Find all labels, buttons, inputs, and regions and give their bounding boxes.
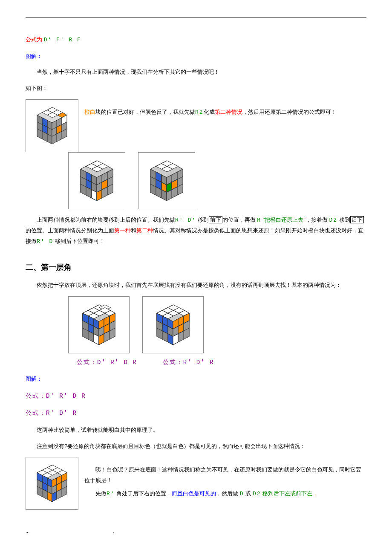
cube-svg-4	[71, 299, 127, 350]
cube-svg-1	[29, 102, 75, 149]
cube-image-1	[26, 99, 78, 152]
diagram-label: 图解：	[26, 51, 366, 62]
formula-prefix: 公式为	[26, 36, 42, 43]
page-footer-dots: ...	[26, 527, 366, 536]
formula-text: D' F' R F	[44, 37, 81, 43]
paragraph-1: 当然，架十字不只只有上面两种情况，现我们在分析下其它的一些情况吧！	[26, 67, 366, 78]
side-text-2: 咦！白色呢？原来在底面！这种情况我们称之为不可见，在还原时我们要做的就是令它的白…	[84, 457, 366, 499]
paragraph-3: 依然把十字放在顶层，还原角块时，我们首先在底层找有没有我们要还原的角，没有的话再…	[26, 280, 366, 291]
diagram-label-2: 图解：	[26, 374, 366, 384]
paragraph-1b: 如下图：	[26, 83, 366, 94]
cube-svg-6	[29, 460, 75, 507]
page-top-divider	[26, 17, 366, 17]
cube-col-2	[142, 296, 204, 357]
cube-col-1	[68, 296, 130, 357]
cube-image-3	[138, 152, 195, 209]
cube-svg-5	[145, 299, 201, 350]
side-text-1: 橙白块的位置已对好，但颜色反了，我就先做R2化成第二种情况，然后用还原第二种情况…	[84, 99, 366, 118]
formula-row: 公式：D' R' D R 公式：R' D' R	[77, 357, 366, 368]
formula-2: 公式：R' D' R	[163, 357, 214, 368]
cube-image-2	[68, 152, 125, 209]
formula-line-2: 公式：R' D' R	[26, 408, 366, 419]
paragraph-2: 上面两种情况都为前右的块要移到上后的位置。我们先做R' D' 移到前下的位置，再…	[26, 215, 366, 247]
formula-line-1: 公式：D' R' D R	[26, 390, 366, 402]
cube-pair-2	[68, 296, 366, 357]
section-2-title: 二、第一层角	[26, 260, 366, 275]
t-orange-white: 橙白	[84, 109, 95, 115]
paragraph-4: 这两种比较简单，试着转就能明白其中的原理了。	[26, 425, 366, 436]
cube-row-1: 橙白块的位置已对好，但颜色反了，我就先做R2化成第二种情况，然后用还原第二种情况…	[26, 99, 366, 152]
cube-image-5	[142, 296, 204, 353]
cube-svg-3	[141, 155, 192, 206]
formula-1: 公式：D' R' D R	[77, 357, 137, 368]
cube-svg-2	[71, 155, 122, 206]
paragraph-5: 注意到没有?要还原的角块都在底层而且目标色（也就是白色）都是可见的，然而还可能会…	[26, 441, 366, 452]
cube-image-6	[26, 457, 78, 510]
cube-row-2: 咦！白色呢？原来在底面！这种情况我们称之为不可见，在还原时我们要做的就是令它的白…	[26, 457, 366, 510]
top-formula-line: 公式为 D' F' R F	[26, 35, 366, 46]
cube-image-4	[68, 296, 130, 353]
cube-pair-1	[68, 152, 366, 209]
